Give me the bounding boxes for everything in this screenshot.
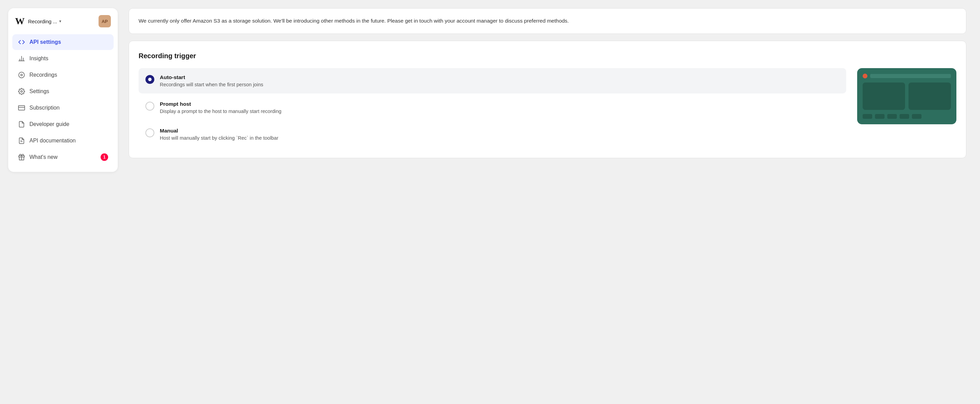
- sidebar-item-subscription[interactable]: Subscription: [12, 100, 114, 116]
- sidebar-item-label: What's new: [29, 154, 57, 160]
- sidebar-item-settings[interactable]: Settings: [12, 83, 114, 99]
- trigger-option-label: Auto-start: [160, 74, 263, 80]
- main-content: We currently only offer Amazon S3 as a s…: [123, 0, 980, 404]
- recording-preview-card: [857, 68, 956, 124]
- whats-new-badge: 1: [100, 153, 108, 161]
- preview-top-bar: [862, 73, 951, 78]
- sidebar-item-api-settings[interactable]: API settings: [12, 34, 114, 50]
- trigger-options: Auto-start Recordings will start when th…: [138, 68, 846, 147]
- trigger-content: Auto-start Recordings will start when th…: [138, 68, 956, 147]
- preview-bottom-block-3: [887, 114, 897, 119]
- radio-prompt-host[interactable]: [145, 102, 154, 110]
- sidebar-item-whats-new[interactable]: What's new 1: [12, 149, 114, 165]
- sidebar-item-api-documentation[interactable]: API documentation: [12, 133, 114, 149]
- preview-panels: [862, 83, 951, 110]
- sidebar-item-label: Settings: [29, 88, 49, 94]
- svg-point-4: [19, 72, 25, 78]
- sidebar-item-label: API documentation: [29, 137, 76, 144]
- preview-title-bar: [870, 74, 951, 78]
- sidebar-item-label: Subscription: [29, 105, 60, 111]
- trigger-option-label: Prompt host: [160, 101, 281, 107]
- trigger-option-label: Manual: [160, 128, 278, 134]
- preview-bottom-block-1: [862, 114, 872, 119]
- avatar[interactable]: AP: [99, 15, 111, 27]
- preview-bottom-block-5: [912, 114, 921, 119]
- file-icon: [18, 121, 25, 128]
- trigger-option-text: Auto-start Recordings will start when th…: [160, 74, 263, 87]
- gear-icon: [18, 88, 25, 95]
- sidebar-item-label: Developer guide: [29, 121, 70, 127]
- app-logo: W: [15, 16, 25, 27]
- trigger-option-description: Host will manually start by clicking `Re…: [160, 135, 278, 141]
- code-icon: [18, 38, 25, 46]
- trigger-option-manual[interactable]: Manual Host will manually start by click…: [138, 121, 846, 147]
- preview-bottom-bar: [862, 114, 951, 119]
- sidebar-item-label: Insights: [29, 56, 48, 62]
- trigger-option-auto-start[interactable]: Auto-start Recordings will start when th…: [138, 68, 846, 93]
- sidebar-item-label: API settings: [29, 39, 61, 45]
- svg-point-6: [21, 91, 22, 93]
- trigger-option-prompt-host[interactable]: Prompt host Display a prompt to the host…: [138, 95, 846, 120]
- svg-rect-7: [19, 105, 25, 110]
- workspace-selector[interactable]: Recording ... ▾: [28, 19, 95, 24]
- svg-point-5: [21, 74, 22, 76]
- sidebar-item-insights[interactable]: Insights: [12, 51, 114, 66]
- circle-dot-icon: [18, 71, 25, 79]
- trigger-option-description: Display a prompt to the host to manually…: [160, 109, 281, 114]
- sidebar-item-recordings[interactable]: Recordings: [12, 67, 114, 83]
- gift-icon: [18, 153, 25, 161]
- trigger-option-text: Prompt host Display a prompt to the host…: [160, 101, 281, 114]
- sidebar-header: W Recording ... ▾ AP: [8, 15, 118, 34]
- card-icon: [18, 104, 25, 112]
- sidebar-nav: API settings Insights Reco: [8, 34, 118, 165]
- radio-auto-start[interactable]: [145, 75, 154, 84]
- preview-bottom-block-4: [900, 114, 909, 119]
- radio-manual[interactable]: [145, 128, 154, 137]
- chevron-down-icon: ▾: [59, 19, 61, 24]
- trigger-option-description: Recordings will start when the first per…: [160, 82, 263, 87]
- rec-dot-icon: [862, 73, 867, 78]
- trigger-option-text: Manual Host will manually start by click…: [160, 128, 278, 141]
- info-box: We currently only offer Amazon S3 as a s…: [129, 8, 966, 34]
- file-code-icon: [18, 137, 25, 144]
- recording-trigger-section: Recording trigger Auto-start Recordings …: [129, 41, 966, 158]
- sidebar-item-developer-guide[interactable]: Developer guide: [12, 117, 114, 132]
- section-title: Recording trigger: [138, 52, 956, 60]
- preview-bottom-block-2: [875, 114, 885, 119]
- preview-panel-right: [908, 83, 951, 110]
- preview-panel-left: [862, 83, 905, 110]
- sidebar: W Recording ... ▾ AP API settings: [8, 8, 118, 172]
- sidebar-item-label: Recordings: [29, 72, 57, 78]
- chart-icon: [18, 55, 25, 62]
- info-text: We currently only offer Amazon S3 as a s…: [138, 18, 569, 24]
- workspace-name: Recording ...: [28, 19, 57, 24]
